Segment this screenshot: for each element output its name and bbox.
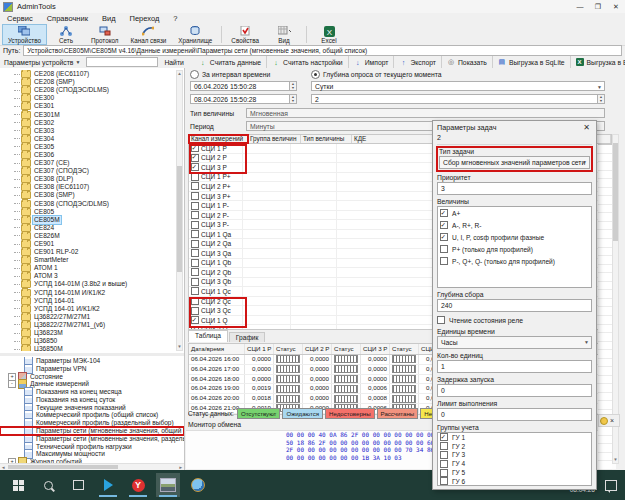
value-option[interactable]: P+ (только для профилей) — [438, 243, 591, 255]
properties-button[interactable]: Свойства — [225, 24, 265, 45]
checkbox[interactable] — [440, 257, 448, 265]
checkbox[interactable] — [191, 259, 199, 267]
unit-count-input[interactable]: 1 — [437, 360, 592, 373]
action-tab-7[interactable]: XВыгрузка в Excel — [571, 56, 625, 68]
task-type-select[interactable]: Сбор мгновенных значений параметров сети… — [439, 156, 590, 169]
value-option[interactable]: А+ — [438, 207, 591, 219]
network-button[interactable]: Сеть — [47, 24, 85, 45]
checkbox[interactable] — [440, 233, 448, 241]
date-from-input[interactable]: 06.04.2026 15:50:28 — [190, 81, 290, 91]
checkbox[interactable] — [440, 442, 448, 450]
menu-item[interactable]: Сервис — [0, 14, 40, 23]
expander-icon[interactable]: + — [8, 373, 16, 381]
checkbox[interactable] — [440, 469, 448, 477]
checkbox[interactable] — [191, 297, 199, 305]
period-unit-select[interactable]: Сутки ▼ — [311, 81, 605, 91]
checkbox[interactable] — [191, 287, 199, 295]
group-option[interactable]: ГУ 1 — [438, 433, 591, 442]
minimize-button[interactable]: — — [571, 0, 589, 13]
scroll-down-icon[interactable]: ▼ — [177, 344, 182, 350]
period-count-spinner[interactable]: ▲▼ — [598, 94, 605, 104]
interval-radio[interactable]: За интервал времени — [190, 70, 270, 79]
checkbox[interactable] — [191, 173, 199, 181]
nav-tree-item[interactable]: Параметры VPN — [0, 365, 184, 373]
checkbox[interactable] — [440, 433, 448, 441]
pin-icon[interactable] — [600, 417, 608, 425]
checkbox[interactable] — [191, 316, 199, 324]
device-tree-scrollbar[interactable]: ▲ ▼ — [176, 70, 183, 351]
date-to-input[interactable]: 08.04.2026 15:50:28 — [190, 94, 290, 104]
pane-splitter[interactable] — [0, 353, 184, 356]
nav-tree-item[interactable]: Параметры сети (мгновенные значения, общ… — [0, 427, 184, 435]
taskbar-media-app[interactable] — [96, 473, 120, 497]
nav-tree-item[interactable]: Максимумы мощности — [0, 451, 184, 459]
action-tab-2[interactable]: ↓Считать настройки — [267, 56, 349, 68]
checkbox[interactable] — [191, 182, 199, 190]
menu-item[interactable]: ? — [166, 14, 184, 23]
checkbox[interactable] — [191, 154, 199, 162]
priority-input[interactable]: 3 — [437, 182, 592, 195]
storage-button[interactable]: Хранилище — [172, 24, 218, 45]
time-unit-select[interactable]: Часы ▼ — [437, 336, 592, 349]
action-tab-5[interactable]: ◎Показать — [442, 56, 493, 68]
scroll-down-icon[interactable]: ▼ — [613, 457, 618, 463]
checkbox[interactable] — [440, 477, 448, 485]
group-option[interactable]: ГУ 2 — [438, 442, 591, 451]
nav-tree-item[interactable]: +Состояние — [0, 373, 184, 381]
device-button[interactable]: Устройство — [2, 24, 47, 45]
task-view-button[interactable] — [66, 473, 90, 497]
depth-input[interactable]: 240 — [437, 299, 592, 312]
checkbox[interactable] — [191, 268, 199, 276]
device-tree-item[interactable]: Ц36850М — [0, 345, 177, 351]
start-button[interactable] — [6, 473, 30, 497]
checkbox[interactable] — [191, 202, 199, 210]
view-button[interactable]: Вид — [265, 24, 303, 45]
checkbox[interactable] — [191, 278, 199, 286]
group-option[interactable]: ГУ 4 — [438, 459, 591, 468]
taskbar-admintools-app[interactable] — [156, 473, 180, 497]
nav-tree-scrollbar[interactable]: ◄ ► — [0, 463, 184, 470]
checkbox[interactable] — [191, 211, 199, 219]
taskbar-yandex-app[interactable]: Y — [126, 473, 150, 497]
scrollbar-thumb[interactable] — [177, 166, 182, 272]
checkbox[interactable] — [191, 249, 199, 257]
menu-item[interactable]: Справочник — [40, 14, 95, 23]
expander-icon[interactable]: - — [8, 380, 16, 388]
delay-input[interactable]: 0 — [437, 384, 592, 397]
panel-close-icon[interactable]: ✕ — [581, 123, 592, 132]
checkbox[interactable] — [191, 221, 199, 229]
taskbar-browser-app[interactable] — [186, 473, 210, 497]
value-option[interactable]: P-, Q+, Q- (только для профилей) — [438, 255, 591, 267]
checkbox[interactable] — [191, 192, 199, 200]
period-count-input[interactable]: 2 — [311, 94, 598, 104]
action-tab-1[interactable]: ↓Считать данные — [194, 56, 267, 68]
checkbox[interactable] — [191, 163, 199, 171]
maximize-button[interactable]: ❐ — [589, 0, 607, 13]
checkbox[interactable] — [440, 221, 448, 229]
device-filter-dropdown[interactable]: Параметры устройств ▼ — [0, 56, 84, 68]
action-tab-4[interactable]: ↑Экспорт — [394, 56, 442, 68]
channel-button[interactable]: Канал связи — [125, 24, 173, 45]
value-option[interactable]: А-, R+, R- — [438, 219, 591, 231]
find-button[interactable]: Найти — [160, 56, 187, 68]
group-option[interactable]: ГУ 3 — [438, 451, 591, 460]
path-input[interactable]: Устройство\CE805M\CE805M v4.16\Данные из… — [23, 45, 622, 56]
action-tab-6[interactable]: ▤Выгрузка в SqLite — [493, 56, 571, 68]
group-option[interactable]: ГУ 6 — [438, 477, 591, 486]
depth-radio[interactable]: Глубина опроса от текущего момента — [311, 70, 442, 79]
checkbox[interactable] — [440, 209, 448, 217]
group-option[interactable]: ГУ 5 — [438, 468, 591, 477]
checkbox[interactable] — [440, 460, 448, 468]
taskbar-search-button[interactable] — [36, 473, 60, 497]
date-to-spinner[interactable]: ▲▼ — [290, 94, 297, 104]
checkbox[interactable] — [440, 245, 448, 253]
action-center-icon[interactable] — [605, 480, 617, 491]
checkbox[interactable] — [191, 240, 199, 248]
close-button[interactable]: ✕ — [607, 0, 625, 13]
scrollbar-thumb[interactable] — [8, 465, 118, 469]
action-tab-3[interactable]: ↓Импорт — [349, 56, 395, 68]
tab-graph[interactable]: График — [229, 332, 266, 342]
checkbox[interactable] — [191, 307, 199, 315]
menu-item[interactable]: Переход — [123, 14, 167, 23]
date-from-spinner[interactable]: ▲▼ — [290, 81, 297, 91]
